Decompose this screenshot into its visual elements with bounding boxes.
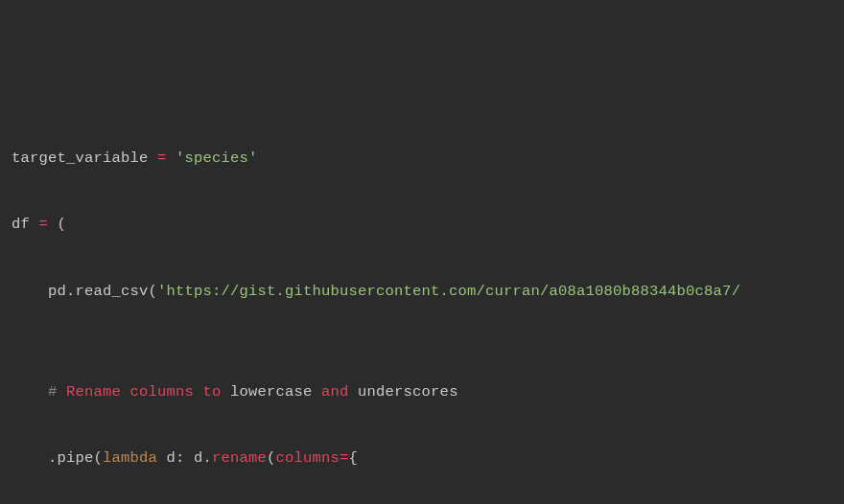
method-token: rename	[212, 449, 267, 467]
token: df	[12, 216, 39, 233]
token: (	[48, 216, 66, 233]
code-line-3: pd.read_csv('https://gist.githubusercont…	[12, 275, 844, 309]
token: {	[349, 449, 359, 467]
operator-token: =	[340, 449, 349, 467]
string-token: 'https://gist.githubusercontent.com/curr…	[157, 283, 740, 300]
operator-token: =	[157, 149, 167, 167]
code-line-6: .pipe(lambda d: d.rename(columns={	[12, 442, 844, 475]
code-line-5: # Rename columns to lowercase and unders…	[12, 376, 844, 409]
token: .pipe(	[12, 449, 103, 467]
token: d: d.	[157, 449, 212, 467]
token: target_variable	[12, 149, 157, 167]
comment-token: underscores	[349, 383, 458, 401]
token	[167, 149, 176, 167]
keyword-token: lambda	[103, 449, 157, 467]
token	[12, 383, 48, 401]
token: pd.read_csv(	[12, 283, 157, 300]
comment-token: #	[48, 383, 66, 401]
code-block: { "code": { "l1": { "a": "target_variabl…	[0, 0, 844, 504]
comment-token: lowercase	[222, 383, 322, 401]
string-token: 'species'	[176, 149, 258, 167]
token: (	[267, 449, 276, 467]
comment-token: and	[321, 383, 349, 401]
code-line-1: target_variable = 'species'	[12, 142, 844, 175]
comment-token: Rename columns to	[66, 383, 222, 401]
code-line-2: df = (	[12, 208, 844, 241]
operator-token: =	[39, 216, 49, 233]
kwarg-token: columns	[276, 449, 340, 467]
